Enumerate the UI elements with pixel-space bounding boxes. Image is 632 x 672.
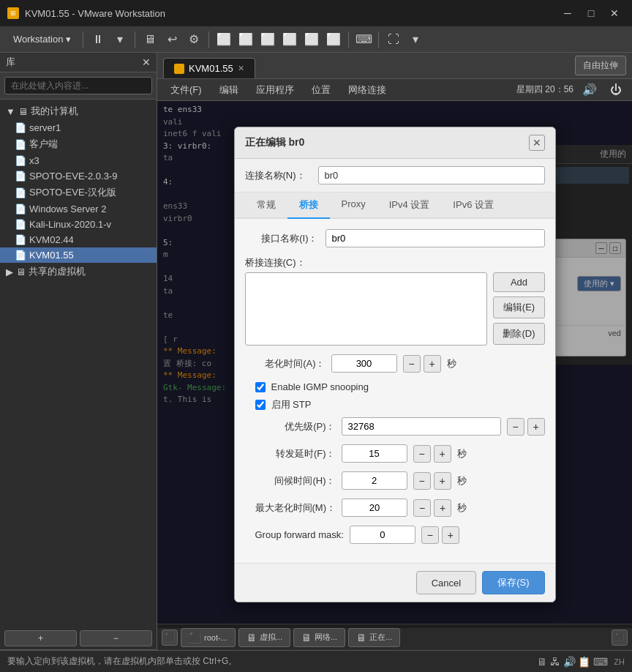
dialog-title: 正在编辑 br0 (245, 136, 305, 149)
view-btn5[interactable]: ⬜ (301, 29, 322, 50)
vm-icon: 📄 (15, 187, 26, 198)
group-forward-input[interactable] (350, 526, 415, 544)
sidebar-item-kali[interactable]: 📄 Kali-Linux-2020.1-v (0, 217, 157, 232)
group-forward-increment[interactable]: + (442, 526, 459, 544)
sidebar-item-kvm01[interactable]: 📄 KVM01.55 (0, 247, 157, 263)
sidebar-item-spoto1[interactable]: 📄 SPOTO-EVE-2.0.3-9 (0, 168, 157, 184)
max-age-increment[interactable]: + (434, 499, 451, 517)
view-btn3[interactable]: ⬜ (257, 29, 278, 50)
igmp-snooping-checkbox[interactable] (255, 382, 266, 392)
view-btn4[interactable]: ⬜ (279, 29, 300, 50)
vm-settings-btn[interactable]: ⚙ (184, 29, 204, 50)
console-btn[interactable]: ⌨ (353, 29, 374, 50)
priority-decrement[interactable]: − (507, 418, 524, 436)
taskbar-run-icon: 🖥 (356, 632, 366, 643)
forward-delay-decrement[interactable]: − (413, 445, 431, 463)
sidebar: 库 ✕ ▼ 🖥 我的计算机 📄 server1 📄 客户端 📄 x3 (0, 53, 157, 650)
location-menu[interactable]: 位置 (304, 81, 338, 99)
save-button[interactable]: 保存(S) (482, 571, 544, 594)
hello-time-increment[interactable]: + (434, 472, 451, 490)
pause-btn[interactable]: ⏸ (88, 29, 108, 50)
hello-time-decrement[interactable]: − (413, 472, 431, 490)
hello-time-label: 间候时间(H)： (255, 474, 336, 488)
vm-screen[interactable]: te ens33 vali inet6 f vali 3: virbr0: ta… (157, 101, 632, 628)
menu-separator-4 (348, 31, 349, 48)
menu-separator-2 (135, 31, 135, 48)
group-forward-decrement[interactable]: − (421, 526, 439, 544)
view-btn6[interactable]: ⬜ (323, 29, 344, 50)
taskbar-btn-vm[interactable]: 🖥 虚拟... (238, 628, 290, 647)
max-age-label: 最大老化时间(M)： (255, 501, 336, 515)
max-age-input[interactable] (342, 499, 407, 517)
aging-time-decrement[interactable]: − (403, 355, 421, 373)
sidebar-item-server1[interactable]: 📄 server1 (0, 120, 157, 135)
forward-delay-input[interactable] (342, 444, 407, 463)
edit-menu[interactable]: 编辑 (212, 81, 246, 99)
workstation-menu[interactable]: Workstation ▾ (6, 31, 78, 48)
taskbar-icon-btn[interactable]: ⬛ (162, 630, 178, 646)
vm-tab-close[interactable]: ✕ (238, 64, 244, 73)
close-button[interactable]: ✕ (604, 6, 625, 20)
forward-delay-increment[interactable]: + (434, 445, 451, 463)
stp-section: 优先级(P)： − + 转发延时(F)： (245, 417, 545, 544)
connection-name-input[interactable] (318, 166, 545, 184)
vm-tab-kvm01[interactable]: KVM01.55 ✕ (163, 58, 255, 78)
sound-icon[interactable]: 🔊 (579, 80, 600, 100)
sidebar-item-label: 客户端 (29, 138, 58, 151)
power-icon[interactable]: ⏻ (606, 80, 626, 100)
file-menu[interactable]: 文件(F) (163, 81, 209, 99)
taskbar-end-btn[interactable]: ⬛ (612, 630, 628, 646)
vm-icon: 📄 (15, 204, 26, 214)
sidebar-item-kvm02[interactable]: 📄 KVM02.44 (0, 232, 157, 247)
minimize-button[interactable]: ─ (557, 6, 578, 20)
forward-delay-row: 转发延时(F)： − + 秒 (255, 444, 545, 463)
sidebar-add-btn[interactable]: + (4, 630, 77, 646)
vm-status-time: 星期四 20：56 (516, 83, 573, 96)
sidebar-search-input[interactable] (4, 77, 152, 94)
tab-general[interactable]: 常规 (245, 193, 287, 219)
view-btn2[interactable]: ⬜ (236, 29, 256, 50)
enable-stp-checkbox[interactable] (255, 400, 266, 410)
aging-time-unit: 秒 (447, 357, 456, 370)
fullscreen-btn[interactable]: ⛶ (383, 29, 404, 50)
app-menu[interactable]: 应用程序 (249, 81, 301, 99)
hello-time-input[interactable] (342, 471, 407, 490)
revert-btn[interactable]: ↩ (162, 29, 182, 50)
sidebar-item-shared-vm[interactable]: ▶ 🖥 共享的虚拟机 (0, 263, 157, 280)
tab-ipv4[interactable]: IPv4 设置 (377, 193, 442, 219)
stretch-button[interactable]: 自由拉伸 (575, 56, 626, 75)
view-btn1[interactable]: ⬜ (214, 29, 234, 50)
priority-input[interactable] (342, 417, 501, 436)
play-btn[interactable]: ▾ (110, 29, 130, 50)
aging-time-increment[interactable]: + (424, 355, 441, 373)
menu-separator-5 (378, 31, 379, 48)
tab-ipv6[interactable]: IPv6 设置 (441, 193, 505, 219)
tab-bridge[interactable]: 桥接 (287, 193, 330, 219)
connection-name-row: 连接名称(N)： (235, 159, 555, 193)
taskbar-btn-network[interactable]: 🖥 网络... (293, 628, 345, 647)
delete-bridge-btn[interactable]: 删除(D) (493, 323, 544, 345)
taskbar-btn-root[interactable]: ⬛ root-... (181, 628, 236, 647)
tab-proxy[interactable]: Proxy (330, 193, 377, 219)
sidebar-item-spoto2[interactable]: 📄 SPOTO-EVE-汉化版 (0, 184, 157, 201)
restore-button[interactable]: □ (581, 6, 601, 20)
aging-time-input[interactable] (331, 354, 397, 373)
interface-name-input[interactable] (326, 229, 545, 247)
sidebar-header: 库 (6, 56, 15, 69)
sidebar-item-client[interactable]: 📄 客户端 (0, 135, 157, 153)
edit-bridge-btn[interactable]: 编辑(E) (493, 296, 544, 318)
sidebar-remove-btn[interactable]: − (80, 630, 152, 646)
sidebar-item-winserver[interactable]: 📄 Windows Server 2 (0, 201, 157, 217)
network-menu[interactable]: 网络连接 (341, 81, 394, 99)
taskbar-btn-running[interactable]: 🖥 正在... (348, 628, 400, 647)
max-age-decrement[interactable]: − (413, 499, 431, 517)
add-bridge-btn[interactable]: Add (493, 272, 544, 292)
sidebar-close-btn[interactable]: ✕ (142, 56, 151, 68)
dialog-close-btn[interactable]: ✕ (529, 135, 545, 151)
snapshot-btn[interactable]: 🖥 (140, 29, 160, 50)
priority-increment[interactable]: + (527, 418, 545, 436)
cancel-button[interactable]: Cancel (416, 571, 476, 594)
sidebar-item-x3[interactable]: 📄 x3 (0, 153, 157, 168)
fullscreen-btn2[interactable]: ▾ (405, 29, 426, 50)
sidebar-item-my-computer[interactable]: ▼ 🖥 我的计算机 (0, 102, 157, 120)
